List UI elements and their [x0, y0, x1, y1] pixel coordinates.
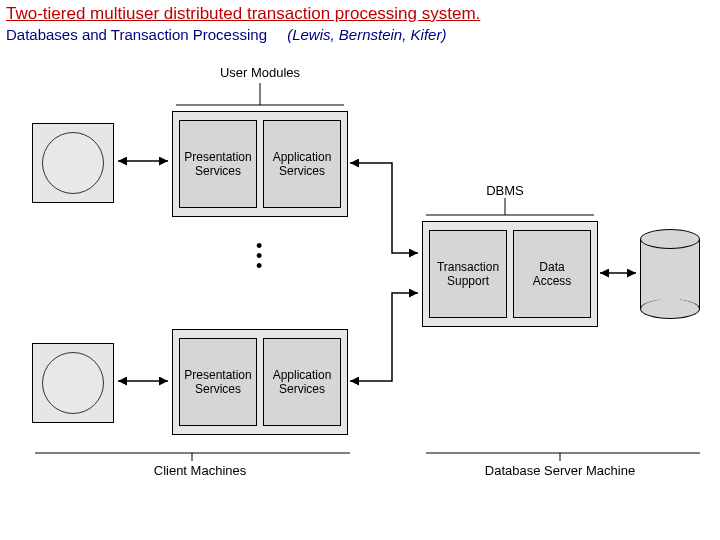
connectors	[0, 43, 720, 533]
subtitle-text: Databases and Transaction Processing	[6, 26, 267, 43]
ellipsis-dots: •••	[256, 241, 262, 271]
presentation-services-2: PresentationServices	[179, 338, 257, 426]
label-db-server: Database Server Machine	[470, 463, 650, 478]
user-module-2: PresentationServices ApplicationServices	[172, 329, 348, 435]
page-title: Two-tiered multiuser distributed transac…	[0, 0, 720, 24]
dbms-container: TransactionSupport DataAccess	[422, 221, 598, 327]
diagram-canvas: User Modules DBMS PresentationServices A…	[0, 43, 720, 533]
application-services-2: ApplicationServices	[263, 338, 341, 426]
label-client-machines: Client Machines	[130, 463, 270, 478]
application-services-1: ApplicationServices	[263, 120, 341, 208]
presentation-services-1: PresentationServices	[179, 120, 257, 208]
transaction-support: TransactionSupport	[429, 230, 507, 318]
user-terminal-1	[32, 123, 114, 203]
user-terminal-2	[32, 343, 114, 423]
database-cylinder-icon	[640, 229, 700, 319]
user-module-1: PresentationServices ApplicationServices	[172, 111, 348, 217]
data-access: DataAccess	[513, 230, 591, 318]
label-user-modules: User Modules	[190, 65, 330, 80]
label-dbms: DBMS	[475, 183, 535, 198]
terminal-circle-icon	[42, 132, 104, 194]
subtitle-authors: (Lewis, Bernstein, Kifer)	[287, 26, 446, 43]
terminal-circle-icon	[42, 352, 104, 414]
subtitle-line: Databases and Transaction Processing (Le…	[0, 24, 720, 43]
